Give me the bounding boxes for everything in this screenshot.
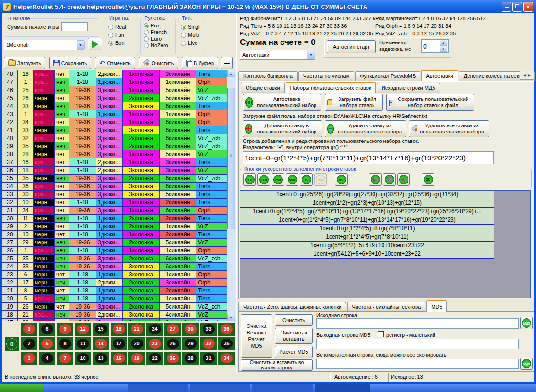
quick-button-50[interactable]: 50¢ bbox=[286, 173, 298, 186]
board-cell-26[interactable]: 26 bbox=[164, 337, 181, 350]
button-удалить-ставку-из-пользовательского-набора[interactable]: −Удалить ставку из пользовательского наб… bbox=[325, 120, 406, 137]
taskbar-button[interactable] bbox=[128, 384, 188, 392]
quick-button-5[interactable]: 5$ bbox=[314, 173, 327, 186]
table-row[interactable]: 4032кра...чет19-363дюжи...2колонка6сикла… bbox=[2, 134, 228, 142]
board-cell-3[interactable]: 3 bbox=[21, 323, 37, 336]
md5-clear-paste-calc-button[interactable]: Очистка Вставка Расчет MD5 bbox=[241, 314, 272, 358]
board-cell-15[interactable]: 15 bbox=[93, 323, 109, 336]
table-row[interactable]: 3210чернчет1-181дюжи...1колонка2сиклайнT… bbox=[2, 199, 228, 207]
md5-clear-and-paste-button[interactable]: Очистить и вставить bbox=[275, 328, 313, 344]
radio-option-bon[interactable]: Bon bbox=[108, 40, 135, 46]
board-cell-16[interactable]: 16 bbox=[111, 352, 127, 365]
quick-button-10[interactable]: 10¢ bbox=[257, 173, 270, 186]
board-cell-24[interactable]: 24 bbox=[146, 323, 163, 336]
tab-частота-сиклайны-сектора[interactable]: Частота - сиклайны, сектора bbox=[347, 302, 425, 312]
spin-down-icon[interactable]: ▼ bbox=[440, 46, 447, 52]
md5-run-button[interactable]: МД5 bbox=[520, 317, 533, 329]
tab-автоставки[interactable]: Автоставки bbox=[421, 70, 458, 81]
board-cell-4[interactable]: 4 bbox=[39, 352, 55, 365]
md5-clear-button[interactable]: Очистить bbox=[275, 314, 313, 326]
bet-list-item[interactable]: 1cent+0+gr(1*2*4*5)+gr(7*8*10*11)+gr(13*… bbox=[240, 216, 494, 225]
board-cell-28[interactable]: 28 bbox=[182, 352, 199, 365]
md5-aux-run-button[interactable]: МД5 bbox=[520, 358, 533, 370]
collapse-button[interactable]: — bbox=[221, 57, 233, 69]
table-row[interactable]: 3716кра...чет1-182дюжи...1колонка3сиклай… bbox=[2, 158, 228, 167]
board-cell-18[interactable]: 18 bbox=[111, 323, 127, 336]
table-row[interactable]: 471кра...неч1-181дюжи...1колонка1сиклайн… bbox=[2, 78, 228, 86]
board-cell-23[interactable]: 23 bbox=[146, 337, 163, 350]
board-cell-31[interactable]: 31 bbox=[200, 352, 217, 365]
bet-list-item[interactable]: 1cent+0+gr(25*26)+gr(28*29)+gr(27*30)+gr… bbox=[240, 191, 494, 199]
tab-scroll-buttons[interactable]: ◀ ▶ bbox=[520, 71, 534, 80]
bet-list-item[interactable]: 1cent+0+gr(1*2*4*5)+gr(7*8*10*11)+gr(13*… bbox=[240, 208, 494, 216]
taskbar-button[interactable] bbox=[252, 384, 313, 392]
table-row[interactable]: 4816кра...чет1-182дюжи...1колонка3сиклай… bbox=[2, 70, 228, 78]
history-scrollbar[interactable]: ▲ ▼ bbox=[227, 70, 235, 321]
board-cell-33[interactable]: 33 bbox=[200, 323, 217, 336]
md5-source-input[interactable] bbox=[316, 318, 519, 329]
radio-option-pro[interactable]: Pro bbox=[144, 23, 172, 28]
md5-output-input[interactable] bbox=[316, 339, 519, 349]
tab-md5[interactable]: MD5 bbox=[426, 300, 447, 312]
quick-button-0[interactable]: 0$ bbox=[335, 173, 348, 186]
board-cell-5[interactable]: 5 bbox=[39, 337, 55, 350]
table-row[interactable]: 236чернчет1-181дюжи...3колонка1сиклайнOr… bbox=[2, 271, 228, 279]
table-row[interactable]: 1926чернчет19-363дюжи...2колонка5сиклайн… bbox=[2, 303, 228, 311]
board-cell-14[interactable]: 14 bbox=[93, 337, 109, 350]
table-row[interactable]: 4625кра...неч19-363дюжи...1колонка5сикла… bbox=[2, 86, 228, 94]
board-cell-13[interactable]: 13 bbox=[93, 352, 109, 365]
bet-list-item[interactable]: 1cent+gr(5*4*1*2)+5+6+9+10+10cent+23+22 bbox=[240, 242, 494, 250]
md5-calc-button[interactable]: Расчет MD5 bbox=[275, 346, 313, 358]
chevron-down-icon[interactable]: ▼ bbox=[307, 50, 315, 59]
table-row[interactable]: 2433черннеч19-363дюжи...3колонка6сиклайн… bbox=[2, 263, 228, 271]
table-row[interactable]: 1821кра...неч19-362дюжи...3колонка4сикла… bbox=[2, 311, 228, 319]
table-row[interactable]: 3011черннеч1-181дюжи...2колонка2сиклайнT… bbox=[2, 215, 228, 223]
toolbar-copy-to-buffer-button[interactable]: В буфер bbox=[182, 57, 218, 69]
table-row[interactable]: 1732кра...чет19-363дюжи...2колонка6сикла… bbox=[2, 319, 228, 321]
quick-button-1[interactable]: 1¢ bbox=[243, 173, 256, 186]
board-cell-30[interactable]: 30 bbox=[182, 323, 199, 336]
table-row[interactable]: 261кра...неч1-181дюжи...1колонка1сиклайн… bbox=[2, 247, 228, 255]
board-cell-17[interactable]: 17 bbox=[111, 337, 127, 350]
button-автоставка-пользовательский-набор[interactable]: ПНАвтоставка пользовательский набор bbox=[243, 94, 321, 111]
md5-aux-input[interactable] bbox=[316, 359, 519, 369]
tab-scroll-left-icon[interactable]: ◀ bbox=[523, 73, 526, 77]
quick-button-[interactable]: ↻ bbox=[383, 173, 396, 186]
board-cell-7[interactable]: 7 bbox=[57, 352, 73, 365]
radio-option-multi[interactable]: Multi bbox=[181, 32, 201, 38]
table-row[interactable]: 4433черннеч19-363дюжи...3колонка6сиклайн… bbox=[2, 102, 228, 110]
board-cell-29[interactable]: 29 bbox=[182, 337, 199, 350]
table-row[interactable]: 3618кра...чет1-182дюжи...3колонка3сиклай… bbox=[2, 167, 228, 175]
scroll-up-icon[interactable]: ▲ bbox=[227, 70, 235, 77]
spin-up-icon[interactable]: ▲ bbox=[440, 40, 447, 46]
chevron-down-icon[interactable]: ▼ bbox=[77, 40, 85, 50]
tab-функционал-psevdoms[interactable]: Функционал PsevdoMS bbox=[355, 71, 420, 81]
table-row[interactable]: 2217черннеч1-182дюжи...2колонка3сиклайнO… bbox=[2, 279, 228, 287]
board-cell-32[interactable]: 32 bbox=[200, 337, 217, 350]
board-cell-10[interactable]: 10 bbox=[75, 352, 91, 365]
toolbar-save-button[interactable]: Сохранить bbox=[49, 57, 91, 69]
table-row[interactable]: 4234кра...чет19-363дюжи...1колонка6сикла… bbox=[2, 118, 228, 126]
scroll-down-icon[interactable]: ▼ bbox=[227, 314, 235, 321]
table-row[interactable]: 2535черннеч19-363дюжи...2колонка6сиклайн… bbox=[2, 255, 228, 263]
board-cell-6[interactable]: 6 bbox=[39, 323, 55, 336]
run-preset-button[interactable] bbox=[88, 38, 102, 50]
table-row[interactable]: 4133черннеч19-363дюжи...3колонка6сиклайн… bbox=[2, 126, 228, 134]
board-cell-11[interactable]: 11 bbox=[75, 337, 91, 350]
subtab-общие-ставки[interactable]: Общие ставки bbox=[241, 83, 285, 93]
tab-частоты-по-числам[interactable]: Частоты по числам bbox=[298, 71, 354, 81]
table-row[interactable]: 3935черннеч19-363дюжи...2колонка6сиклайн… bbox=[2, 142, 228, 150]
board-cell-8[interactable]: 8 bbox=[57, 337, 73, 350]
preset-combo[interactable]: 1Melonati ▼ bbox=[4, 40, 85, 50]
radio-option-live[interactable]: Live bbox=[181, 40, 201, 46]
delay-spinner[interactable]: ▲ ▼ bbox=[421, 39, 449, 53]
delay-input[interactable] bbox=[422, 40, 440, 52]
radio-option-french[interactable]: French bbox=[144, 29, 172, 35]
tab-scroll-right-icon[interactable]: ▶ bbox=[528, 73, 531, 77]
board-cell-19[interactable]: 19 bbox=[128, 352, 145, 365]
bet-list-item[interactable]: 1cent+gr(1*2)+gr(2*3)+gr(10*13)+gr(12*15… bbox=[240, 199, 494, 208]
start-sum-input[interactable] bbox=[61, 22, 88, 31]
scrollbar-track[interactable] bbox=[227, 77, 235, 314]
radio-option-singl[interactable]: Singl bbox=[181, 24, 201, 30]
board-cell-21[interactable]: 21 bbox=[128, 323, 145, 336]
